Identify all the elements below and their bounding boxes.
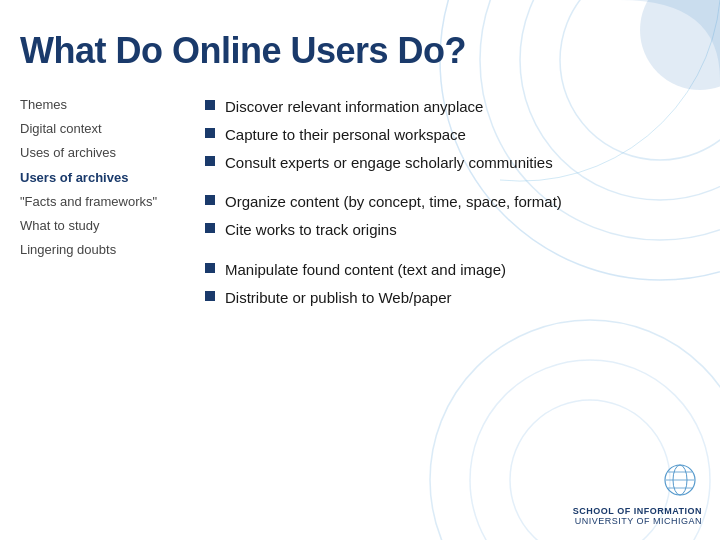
content-area: Discover relevant information anyplaceCa… [205, 96, 690, 308]
bullet-item: Manipulate found content (text and image… [205, 259, 690, 281]
bullet-item: Organize content (by concept, time, spac… [205, 191, 690, 213]
bullet-text: Manipulate found content (text and image… [225, 259, 506, 281]
bullet-item: Cite works to track origins [205, 219, 690, 241]
bullet-item: Capture to their personal workspace [205, 124, 690, 146]
page-title: What Do Online Users Do? [20, 30, 690, 72]
sidebar-item: Lingering doubts [20, 241, 195, 259]
bullet-text: Discover relevant information anyplace [225, 96, 483, 118]
bullet-text: Organize content (by concept, time, spac… [225, 191, 562, 213]
bullet-icon [205, 223, 215, 233]
bullet-icon [205, 195, 215, 205]
bullet-icon [205, 128, 215, 138]
sidebar-item: What to study [20, 217, 195, 235]
bullet-icon [205, 263, 215, 273]
bullet-text: Capture to their personal workspace [225, 124, 466, 146]
sidebar: ThemesDigital contextUses of archivesUse… [20, 96, 205, 308]
sidebar-item: Digital context [20, 120, 195, 138]
sidebar-item: Users of archives [20, 169, 195, 187]
bullet-icon [205, 100, 215, 110]
bullet-text: Cite works to track origins [225, 219, 397, 241]
bullet-item: Distribute or publish to Web/paper [205, 287, 690, 309]
sidebar-item: "Facts and frameworks" [20, 193, 195, 211]
bullet-icon [205, 156, 215, 166]
bullet-item: Consult experts or engage scholarly comm… [205, 152, 690, 174]
bullet-text: Distribute or publish to Web/paper [225, 287, 452, 309]
bullet-text: Consult experts or engage scholarly comm… [225, 152, 553, 174]
bullet-item: Discover relevant information anyplace [205, 96, 690, 118]
bullet-group-1: Organize content (by concept, time, spac… [205, 191, 690, 241]
sidebar-item: Uses of archives [20, 144, 195, 162]
bullet-group-2: Manipulate found content (text and image… [205, 259, 690, 309]
bullet-icon [205, 291, 215, 301]
bullet-group-0: Discover relevant information anyplaceCa… [205, 96, 690, 173]
sidebar-item: Themes [20, 96, 195, 114]
